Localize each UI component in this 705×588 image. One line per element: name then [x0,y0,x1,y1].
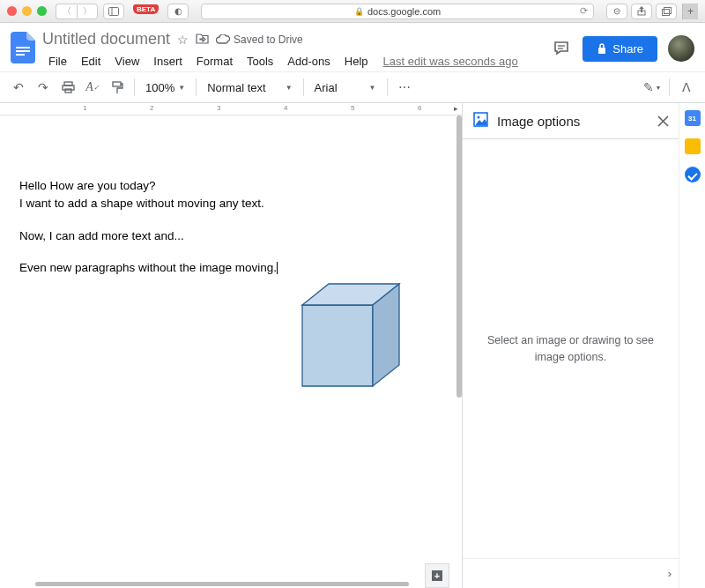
more-tools-button[interactable]: ⋯ [393,76,416,99]
calendar-addon-icon[interactable] [685,110,701,126]
menu-edit[interactable]: Edit [75,53,107,70]
text-cursor [277,262,278,274]
vertical-scrollbar[interactable] [456,115,462,588]
svg-marker-15 [302,305,373,386]
side-panel-title: Image options [497,114,650,129]
svg-point-21 [478,115,480,118]
scrollbar-thumb[interactable] [456,115,462,398]
forward-button[interactable]: 〉 [77,4,98,19]
collapse-toolbar-button[interactable]: ᐱ [675,76,698,99]
downloads-button[interactable]: ⊝ [606,4,627,19]
editing-mode-button[interactable]: ✎▼ [641,76,664,99]
tabs-button[interactable] [656,4,677,19]
svg-rect-0 [109,7,119,15]
cloud-saved[interactable]: Saved to Drive [216,33,303,46]
doc-header: Untitled document ☆ Saved to Drive File … [0,23,705,71]
move-icon[interactable] [196,33,209,47]
saved-text: Saved to Drive [234,33,303,46]
window-minimize-icon[interactable] [22,6,32,16]
chevron-down-icon: ▼ [178,84,185,92]
traffic-lights [7,6,47,16]
font-dropdown[interactable]: Arial▼ [309,81,382,94]
back-button[interactable]: 〈 [56,4,77,19]
menu-help[interactable]: Help [338,53,375,70]
share-sheet-button[interactable] [631,4,652,19]
horizontal-ruler[interactable]: 1 2 3 4 5 6 ▸ [0,103,462,115]
address-bar[interactable]: 🔒 docs.google.com ⟳ [201,4,594,19]
side-panel-empty-text: Select an image or drawing to see image … [484,332,657,366]
browser-chrome: 〈 〉 BETA ◐ 🔒 docs.google.com ⟳ ⊝ + [0,0,705,23]
cloud-icon [216,34,230,44]
svg-rect-6 [16,50,30,52]
formatting-toolbar: ↶ ↷ A✓ 100%▼ Normal text▼ Arial▼ ⋯ ✎▼ ᐱ [0,71,705,103]
chevron-right-icon[interactable]: › [668,567,672,580]
doc-text-line[interactable] [19,245,442,259]
chevron-down-icon: ▼ [286,84,293,92]
share-button[interactable]: Share [583,36,657,62]
undo-button[interactable]: ↶ [7,76,30,99]
menu-view[interactable]: View [108,53,145,70]
title-column: Untitled document ☆ Saved to Drive File … [39,26,551,71]
menu-format[interactable]: Format [190,53,239,70]
main-row: ◂ 1 2 3 4 5 6 ▸ Hello How are you today?… [0,103,705,588]
print-button[interactable] [56,76,79,99]
addon-rail [679,103,705,588]
image-options-icon [473,112,488,130]
right-ruler-toggle-icon[interactable]: ▸ [454,104,458,113]
menu-insert[interactable]: Insert [147,53,189,70]
doc-text-line[interactable]: Hello How are you today? [19,177,442,195]
svg-rect-14 [113,82,121,86]
svg-rect-13 [65,89,71,93]
sidebar-icon [108,7,119,16]
refresh-icon[interactable]: ⟳ [580,5,588,17]
tabs-icon [662,7,672,16]
side-panel-body: Select an image or drawing to see image … [463,139,679,558]
svg-rect-4 [664,7,671,13]
header-right: Share [551,26,694,62]
comments-button[interactable] [551,38,572,59]
document-page[interactable]: Hello How are you today? I want to add a… [0,115,462,588]
redo-button[interactable]: ↷ [32,76,55,99]
title-icons: ☆ Saved to Drive [177,33,303,47]
zoom-dropdown[interactable]: 100%▼ [140,81,190,94]
share-up-icon [637,6,646,16]
star-icon[interactable]: ☆ [177,33,189,47]
explore-button[interactable]: + [425,563,449,588]
toolbar-right: ✎▼ ᐱ [641,76,698,99]
cube-icon [295,279,410,393]
doc-text-line[interactable] [19,213,442,227]
menu-file[interactable]: File [42,53,73,70]
paint-format-button[interactable] [106,76,129,99]
url-text: docs.google.com [367,6,441,17]
spellcheck-button[interactable]: A✓ [81,76,104,99]
toolbar-separator [387,78,388,96]
cube-drawing[interactable] [295,279,410,396]
document-title[interactable]: Untitled document [42,30,170,48]
toolbar-separator [303,78,304,96]
docs-logo[interactable] [7,26,39,69]
menu-addons[interactable]: Add-ons [281,53,336,70]
doc-text-line[interactable]: Even new paragraphs without the image mo… [19,259,442,277]
svg-text:+: + [434,570,440,581]
new-tab-button[interactable]: + [682,4,698,19]
tasks-addon-icon[interactable] [685,167,701,182]
docs-logo-icon [11,32,35,63]
close-panel-button[interactable] [650,108,675,133]
side-panel-header: Image options [463,103,679,139]
sidebar-toggle-button[interactable] [103,4,124,19]
title-row: Untitled document ☆ Saved to Drive [39,26,551,50]
horizontal-scrollbar[interactable] [35,582,409,586]
share-label: Share [612,42,643,56]
menu-tools[interactable]: Tools [241,53,279,70]
account-avatar[interactable] [668,35,694,62]
doc-text-line[interactable]: Now, I can add more text and... [19,227,442,245]
reader-button[interactable]: ◐ [167,4,189,19]
window-maximize-icon[interactable] [37,6,47,16]
style-value: Normal text [207,81,265,94]
last-edit-link[interactable]: Last edit was seconds ago [383,55,518,68]
doc-text-line[interactable]: I want to add a shape without moving any… [19,195,442,212]
nav-group: 〈 〉 [56,4,98,19]
keep-addon-icon[interactable] [685,138,701,154]
window-close-icon[interactable] [7,6,17,16]
paragraph-style-dropdown[interactable]: Normal text▼ [202,81,297,94]
